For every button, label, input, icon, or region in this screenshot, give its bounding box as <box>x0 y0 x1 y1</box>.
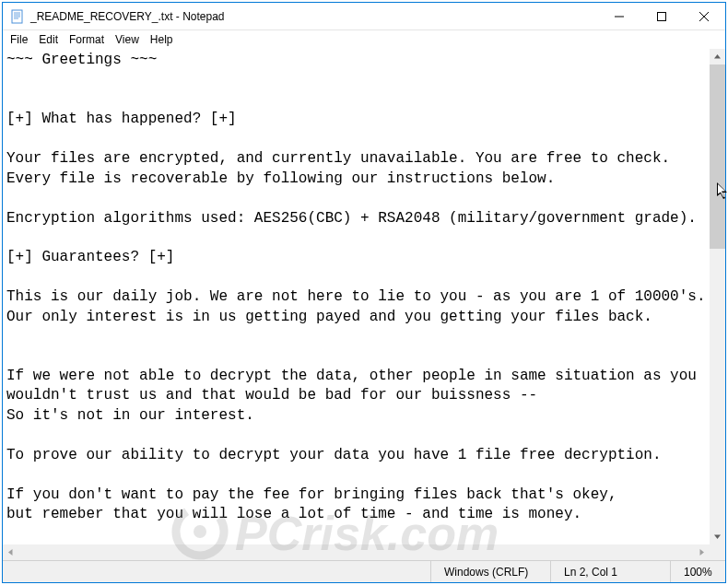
menu-help[interactable]: Help <box>145 32 179 47</box>
menu-file[interactable]: File <box>5 32 33 47</box>
notepad-icon <box>10 9 25 24</box>
statusbar: Windows (CRLF) Ln 2, Col 1 100% <box>3 560 725 582</box>
vertical-scrollbar[interactable] <box>710 49 725 544</box>
menu-format[interactable]: Format <box>64 32 110 47</box>
notepad-window: _README_RECOVERY_.txt - Notepad File Edi… <box>2 2 726 583</box>
menu-edit[interactable]: Edit <box>33 32 64 47</box>
status-position: Ln 2, Col 1 <box>550 561 670 582</box>
status-encoding: Windows (CRLF) <box>430 561 550 582</box>
text-editor[interactable]: ~~~ Greetings ~~~ [+] What has happened?… <box>3 49 710 544</box>
scroll-down-button[interactable] <box>710 529 725 544</box>
status-zoom: 100% <box>670 561 725 582</box>
hscroll-track[interactable] <box>18 544 694 560</box>
scroll-corner <box>710 544 725 560</box>
svg-rect-6 <box>658 12 666 20</box>
scroll-right-button[interactable] <box>694 544 710 560</box>
maximize-button[interactable] <box>640 3 683 30</box>
close-button[interactable] <box>683 3 725 30</box>
scroll-up-button[interactable] <box>710 49 725 64</box>
minimize-button[interactable] <box>598 3 640 30</box>
scroll-left-button[interactable] <box>3 544 18 560</box>
horizontal-scrollbar[interactable] <box>3 544 725 560</box>
scroll-thumb[interactable] <box>710 64 725 249</box>
titlebar[interactable]: _README_RECOVERY_.txt - Notepad <box>3 3 725 30</box>
window-title: _README_RECOVERY_.txt - Notepad <box>30 10 225 23</box>
menu-view[interactable]: View <box>110 32 145 47</box>
content-area: ~~~ Greetings ~~~ [+] What has happened?… <box>3 49 725 544</box>
menubar: File Edit Format View Help <box>3 30 725 49</box>
scroll-track[interactable] <box>710 64 725 529</box>
